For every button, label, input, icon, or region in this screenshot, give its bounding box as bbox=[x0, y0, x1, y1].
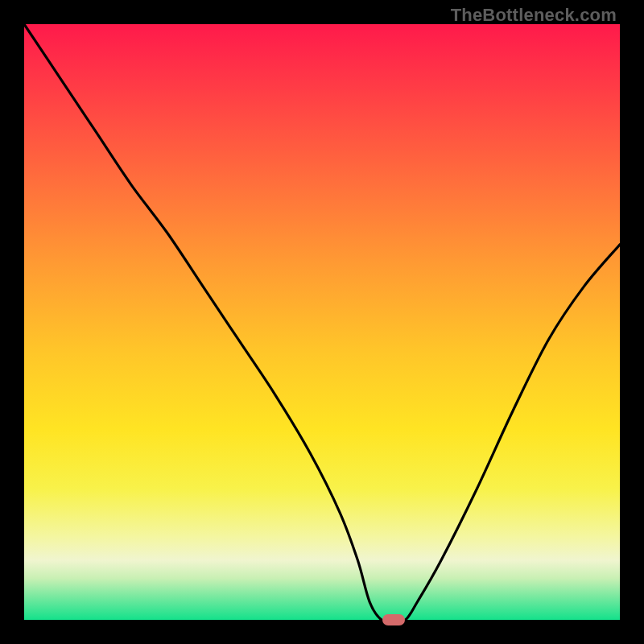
svg-rect-0 bbox=[24, 24, 620, 620]
optimal-marker bbox=[382, 614, 405, 625]
watermark-text: TheBottleneck.com bbox=[451, 5, 617, 26]
gradient-background bbox=[24, 24, 620, 620]
chart-frame: TheBottleneck.com bbox=[0, 0, 644, 644]
plot-area bbox=[24, 24, 620, 620]
